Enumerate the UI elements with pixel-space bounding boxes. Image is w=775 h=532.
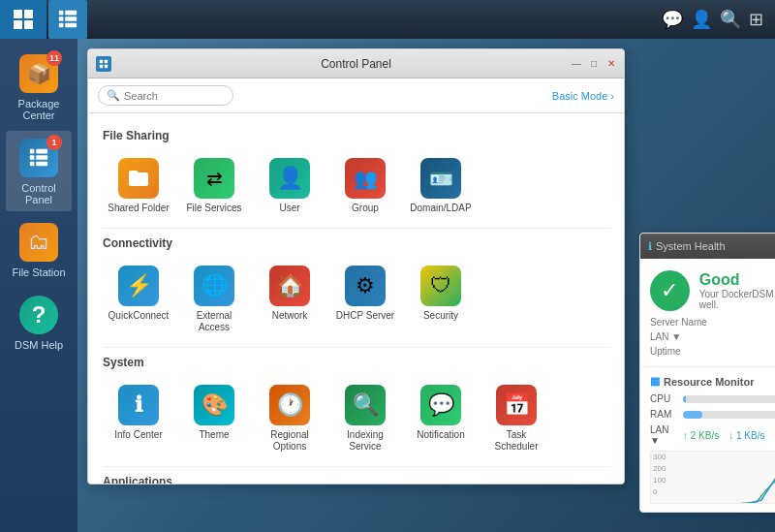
- cp-minimize-button[interactable]: —: [570, 57, 583, 71]
- external-access-icon: 🌐: [194, 266, 234, 306]
- system-grid: ℹ Info Center 🎨 Theme 🕐 Regional Options…: [103, 379, 609, 458]
- cp-item-domain-ldap[interactable]: 🪪 Domain/LDAP: [405, 152, 477, 220]
- file-services-icon: ⇄: [194, 158, 234, 199]
- sidebar: 📦 11 Package Center 1 Control Panel 🗂: [0, 39, 78, 532]
- health-status-section: ✓ Good Your DockerDSM is working well. S…: [640, 259, 775, 367]
- health-text-block: Good Your DockerDSM is working well.: [699, 271, 775, 310]
- grid-icon[interactable]: ⊞: [749, 9, 763, 30]
- regional-options-icon: 🕐: [269, 385, 310, 425]
- indexing-label: Indexing Service: [333, 429, 397, 453]
- sidebar-item-control-panel[interactable]: 1 Control Panel: [6, 131, 72, 211]
- sidebar-item-file-station[interactable]: 🗂 File Station: [6, 215, 72, 284]
- taskbar-logo[interactable]: [0, 0, 46, 39]
- health-server-row: Server Name a71: [650, 315, 775, 329]
- svg-rect-1: [24, 10, 33, 18]
- cp-close-button[interactable]: ✕: [604, 57, 618, 71]
- cp-item-group[interactable]: 👥 Group: [329, 152, 401, 220]
- control-panel-badge: 1: [46, 135, 62, 150]
- cp-item-task-scheduler[interactable]: 📅 Task Scheduler: [480, 379, 552, 458]
- user-icon: 👤: [269, 158, 310, 199]
- chart-labels: 300 200 100 0: [653, 454, 666, 496]
- external-access-label: External Access: [182, 310, 246, 333]
- dsm-help-icon-wrap: ?: [17, 294, 60, 336]
- cp-item-security[interactable]: 🛡 Security: [405, 260, 477, 339]
- cp-item-regional-options[interactable]: 🕐 Regional Options: [254, 379, 326, 458]
- domain-ldap-label: Domain/LDAP: [410, 203, 471, 214]
- regional-options-label: Regional Options: [258, 429, 322, 453]
- lan-upload-speed: ↑ 2 KB/s: [683, 430, 719, 441]
- cp-item-dhcp-server[interactable]: ⚙ DHCP Server: [329, 260, 401, 339]
- svg-rect-8: [59, 23, 64, 28]
- cp-item-quickconnect[interactable]: ⚡ QuickConnect: [103, 260, 174, 339]
- user-icon[interactable]: 👤: [691, 9, 712, 30]
- indexing-icon: 🔍: [345, 385, 386, 425]
- svg-rect-0: [14, 10, 22, 18]
- uptime-label: Uptime: [650, 346, 681, 357]
- cp-item-network[interactable]: 🏠 Network: [254, 260, 326, 339]
- resource-title-label: Resource Monitor: [664, 376, 755, 388]
- cp-item-user[interactable]: 👤 User: [254, 152, 326, 220]
- health-status-label: Good: [699, 271, 775, 289]
- resource-monitor-section: ▦ Resource Monitor CPU 0% RAM 15% LAN ▼: [640, 367, 775, 512]
- svg-rect-5: [65, 11, 77, 16]
- health-widget-titlebar: ℹ System Health — ⧉ ✕: [640, 234, 775, 259]
- cp-item-shared-folder[interactable]: ⇄ Shared Folder: [103, 152, 174, 220]
- svg-rect-11: [36, 149, 47, 154]
- cp-item-theme[interactable]: 🎨 Theme: [178, 379, 250, 458]
- svg-rect-10: [30, 149, 35, 154]
- shared-folder-label: Shared Folder: [108, 203, 169, 214]
- cp-maximize-button[interactable]: □: [587, 57, 601, 71]
- cpu-label: CPU: [650, 393, 677, 404]
- svg-rect-17: [105, 59, 108, 62]
- resource-chart: 300 200 100 0: [650, 451, 775, 504]
- cp-item-info-center[interactable]: ℹ Info Center: [103, 379, 174, 458]
- lan-speed-label: LAN ▼: [650, 424, 677, 446]
- taskbar: 💬 👤 🔍 ⊞: [0, 0, 775, 39]
- health-lan-row: LAN ▼ 172.21.2.71: [650, 329, 775, 344]
- svg-rect-12: [30, 155, 35, 160]
- taskbar-right: 💬 👤 🔍 ⊞: [662, 9, 775, 30]
- sidebar-label-control-panel: Control Panel: [10, 182, 68, 205]
- cp-search-box[interactable]: 🔍: [98, 85, 233, 106]
- cp-item-notification[interactable]: 💬 Notification: [405, 379, 477, 458]
- chat-icon[interactable]: 💬: [662, 9, 683, 30]
- user-label: User: [279, 203, 299, 214]
- svg-rect-4: [59, 11, 64, 16]
- domain-ldap-icon: 🪪: [420, 158, 461, 199]
- sidebar-label-dsm-help: DSM Help: [15, 339, 63, 351]
- svg-rect-19: [105, 64, 108, 67]
- cpu-bar-bg: [683, 395, 775, 403]
- svg-rect-18: [100, 64, 103, 67]
- notification-icon: 💬: [420, 385, 461, 425]
- cp-item-indexing-service[interactable]: 🔍 Indexing Service: [329, 379, 401, 458]
- section-title-system: System: [103, 356, 609, 369]
- health-circle-icon: ✓: [650, 270, 690, 311]
- health-uptime-row: Uptime 00:03:44: [650, 344, 775, 359]
- svg-rect-13: [36, 155, 47, 160]
- server-name-label: Server Name: [650, 317, 707, 328]
- search-icon[interactable]: 🔍: [720, 9, 741, 30]
- svg-rect-2: [14, 20, 22, 29]
- svg-rect-3: [24, 20, 33, 29]
- lan-label: LAN ▼: [650, 331, 681, 342]
- theme-icon: 🎨: [194, 385, 234, 425]
- search-input[interactable]: [124, 90, 231, 102]
- cp-item-file-services[interactable]: ⇄ File Services: [178, 152, 250, 220]
- control-panel-icon-wrap: 1: [17, 137, 60, 179]
- svg-text:⇄: ⇄: [136, 175, 142, 184]
- svg-rect-14: [30, 162, 35, 167]
- desktop: Control Panel — □ ✕ 🔍 Basic Mode › File …: [78, 39, 775, 532]
- security-icon: 🛡: [420, 266, 461, 306]
- section-title-applications: Applications: [103, 475, 609, 485]
- lan-download-speed: ↓ 1 KB/s: [728, 430, 764, 441]
- cp-item-external-access[interactable]: 🌐 External Access: [178, 260, 250, 339]
- sidebar-item-package-center[interactable]: 📦 11 Package Center: [6, 47, 72, 127]
- section-title-connectivity: Connectivity: [103, 236, 609, 250]
- control-panel-window: Control Panel — □ ✕ 🔍 Basic Mode › File …: [87, 48, 625, 485]
- basic-mode-link[interactable]: Basic Mode ›: [552, 90, 614, 102]
- sidebar-item-dsm-help[interactable]: ? DSM Help: [6, 288, 72, 357]
- cp-title: Control Panel: [321, 57, 391, 71]
- group-label: Group: [352, 203, 379, 214]
- taskbar-control-panel[interactable]: [48, 0, 87, 39]
- package-center-icon-wrap: 📦 11: [17, 52, 60, 95]
